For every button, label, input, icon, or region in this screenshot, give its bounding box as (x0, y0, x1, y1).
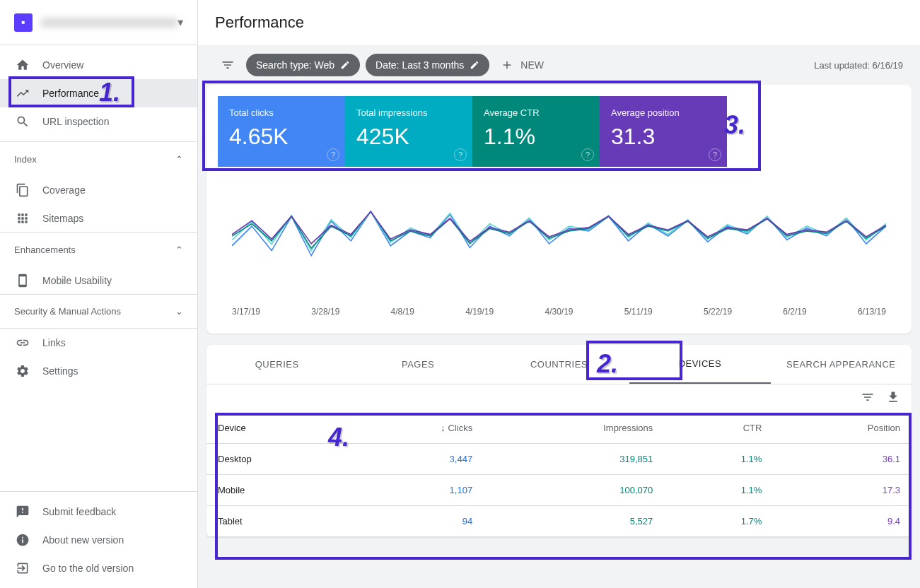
cell-ctr: 1.1% (664, 444, 773, 475)
last-updated: Last updated: 6/16/19 (814, 60, 903, 71)
chart-series-CTR (232, 211, 886, 248)
table-row[interactable]: Tablet 94 5,527 1.7% 9.4 (206, 506, 912, 537)
kpi-card-3[interactable]: Average position 31.3 ? (600, 96, 727, 167)
help-icon[interactable]: ? (581, 148, 594, 161)
table-row[interactable]: Mobile 1,107 100,070 1.1% 17.3 (206, 475, 912, 506)
chevron-down-icon: ⌄ (175, 306, 183, 317)
nav-performance[interactable]: Performance (0, 79, 197, 107)
performance-chart-card: 3. Total clicks 4.65K ?Total impressions… (206, 85, 912, 334)
nav-coverage[interactable]: Coverage (0, 176, 197, 204)
col-header-device[interactable]: Device (206, 413, 347, 444)
link-icon (14, 334, 31, 351)
filter-chip-search-type[interactable]: Search type: Web (246, 54, 360, 76)
col-header-position[interactable]: Position (773, 413, 912, 444)
tab-search-appearance[interactable]: SEARCH APPEARANCE (771, 345, 912, 384)
chevron-down-icon: ▾ (177, 16, 183, 29)
nav-about[interactable]: About new version (0, 526, 197, 554)
nav-label: URL inspection (42, 116, 109, 127)
filter-chip-date[interactable]: Date: Last 3 months (366, 54, 489, 76)
kpi-card-2[interactable]: Average CTR 1.1% ? (472, 96, 600, 167)
tabs: QUERIESPAGESCOUNTRIESDEVICESSEARCH APPEA… (206, 345, 912, 384)
property-name-blurred (41, 18, 177, 28)
nav-overview[interactable]: Overview (0, 51, 197, 79)
axis-tick: 4/30/19 (545, 307, 573, 317)
filter-bar: Search type: Web Date: Last 3 months NEW… (198, 45, 920, 85)
sidebar: ■ ▾ Overview Performance URL inspection … (0, 0, 198, 588)
col-header-ctr[interactable]: CTR (664, 413, 773, 444)
cell-clicks: 1,107 (347, 475, 484, 506)
cell-ctr: 1.1% (664, 475, 773, 506)
table-filter-icon[interactable] (861, 390, 875, 407)
nav-mobile-usability[interactable]: Mobile Usability (0, 266, 197, 295)
axis-tick: 5/22/19 (704, 307, 732, 317)
gear-icon (14, 363, 31, 380)
kpi-value: 31.3 (611, 124, 716, 150)
info-icon (14, 531, 31, 548)
filter-icon[interactable] (215, 52, 240, 78)
sitemap-icon (14, 210, 31, 227)
section-index[interactable]: Index ⌃ (0, 142, 197, 176)
nav-label: Submit feedback (42, 506, 116, 517)
tab-countries[interactable]: COUNTRIES (489, 345, 629, 384)
phone-icon (14, 272, 31, 289)
plus-icon (501, 59, 513, 71)
cell-impressions: 5,527 (484, 506, 664, 537)
nav-old-version[interactable]: Go to the old version (0, 554, 197, 582)
property-logo: ■ (14, 13, 33, 32)
tab-queries[interactable]: QUERIES (206, 345, 347, 384)
new-filter-button[interactable]: NEW (501, 59, 544, 71)
kpi-value: 4.65K (229, 124, 334, 150)
section-label: Enhancements (14, 245, 76, 255)
kpi-label: Total impressions (356, 107, 461, 118)
chip-label: Search type: Web (256, 59, 334, 71)
cell-position: 9.4 (773, 506, 912, 537)
nav-label: Settings (42, 365, 78, 377)
col-header-clicks[interactable]: ↓Clicks (347, 413, 484, 444)
cell-position: 17.3 (773, 475, 912, 506)
sort-desc-icon: ↓ (441, 423, 446, 433)
nav-label: Overview (42, 59, 83, 71)
nav-settings[interactable]: Settings (0, 357, 197, 385)
edit-icon (470, 60, 479, 70)
nav-sitemaps[interactable]: Sitemaps (0, 204, 197, 233)
section-enhancements[interactable]: Enhancements ⌃ (0, 233, 197, 266)
property-selector[interactable]: ■ ▾ (0, 0, 197, 45)
help-icon[interactable]: ? (327, 148, 339, 161)
axis-tick: 4/8/19 (391, 307, 414, 317)
help-icon[interactable]: ? (454, 148, 467, 161)
nav-links[interactable]: Links (0, 329, 197, 357)
help-icon[interactable]: ? (709, 148, 721, 161)
kpi-label: Average position (611, 107, 716, 118)
axis-tick: 5/11/19 (624, 307, 653, 317)
edit-icon (340, 60, 350, 70)
nav-feedback[interactable]: Submit feedback (0, 498, 197, 526)
cell-position: 36.1 (773, 444, 912, 475)
col-header-impressions[interactable]: Impressions (484, 413, 664, 444)
table-row[interactable]: Desktop 3,447 319,851 1.1% 36.1 (206, 444, 912, 475)
tab-pages[interactable]: PAGES (347, 345, 488, 384)
axis-tick: 3/17/19 (232, 307, 260, 317)
search-icon (14, 113, 31, 130)
new-label: NEW (520, 59, 544, 71)
kpi-card-0[interactable]: Total clicks 4.65K ? (218, 96, 345, 167)
nav-label: Links (42, 337, 66, 348)
kpi-label: Total clicks (229, 107, 334, 118)
page-header: Performance (198, 0, 920, 45)
axis-tick: 6/2/19 (783, 307, 806, 317)
chart-x-axis: 3/17/193/28/194/8/194/19/194/30/195/11/1… (218, 301, 900, 322)
tab-devices[interactable]: DEVICES (629, 345, 770, 384)
kpi-card-1[interactable]: Total impressions 425K ? (345, 96, 472, 167)
sidebar-footer: Submit feedback About new version Go to … (0, 491, 197, 588)
section-security[interactable]: Security & Manual Actions ⌄ (0, 295, 197, 329)
nav-label: Mobile Usability (42, 275, 112, 286)
axis-tick: 3/28/19 (311, 307, 339, 317)
download-icon[interactable] (886, 390, 900, 407)
page-title: Performance (215, 13, 304, 32)
axis-tick: 4/19/19 (465, 307, 494, 317)
cell-impressions: 319,851 (484, 444, 664, 475)
copy-icon (14, 182, 31, 199)
table-card: QUERIESPAGESCOUNTRIESDEVICESSEARCH APPEA… (206, 345, 912, 537)
nav-label: Performance (42, 88, 99, 99)
kpi-value: 425K (356, 124, 461, 150)
nav-url-inspection[interactable]: URL inspection (0, 107, 197, 136)
